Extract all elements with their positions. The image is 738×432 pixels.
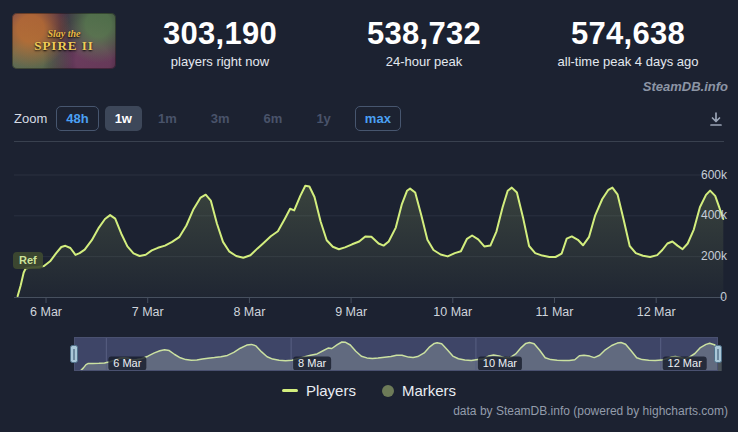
x-axis-label: 10 Mar — [433, 305, 472, 319]
players-line-swatch-icon — [282, 389, 298, 392]
legend-item-players[interactable]: Players — [282, 382, 356, 399]
x-axis-label: 6 Mar — [30, 305, 62, 319]
navigator-date-label: 10 Mar — [483, 357, 518, 369]
player-count-chart[interactable]: 6 Mar7 Mar8 Mar9 Mar10 Mar11 Mar12 Mar02… — [0, 0, 738, 432]
credits-link[interactable]: data by SteamDB.info (powered by highcha… — [453, 404, 728, 418]
navigator-date-label: 12 Mar — [668, 357, 703, 369]
x-axis-label: 11 Mar — [535, 305, 573, 319]
ref-annotation-badge[interactable]: Ref — [13, 252, 43, 269]
x-axis-label: 9 Mar — [335, 305, 367, 319]
legend-item-markers[interactable]: Markers — [382, 382, 456, 399]
plot-area[interactable] — [14, 140, 724, 297]
x-axis-label: 12 Mar — [637, 305, 676, 319]
x-axis-label: 8 Mar — [233, 305, 265, 319]
navigator-date-label: 8 Mar — [298, 357, 326, 369]
x-axis-label: 7 Mar — [132, 305, 164, 319]
legend-players-label: Players — [306, 382, 356, 399]
navigator-date-label: 6 Mar — [113, 357, 141, 369]
steamdb-chart-page: Slay the Spire II 303,190 players right … — [0, 0, 738, 432]
markers-dot-swatch-icon — [382, 385, 394, 397]
chart-legend: Players Markers — [0, 382, 738, 399]
legend-markers-label: Markers — [402, 382, 456, 399]
